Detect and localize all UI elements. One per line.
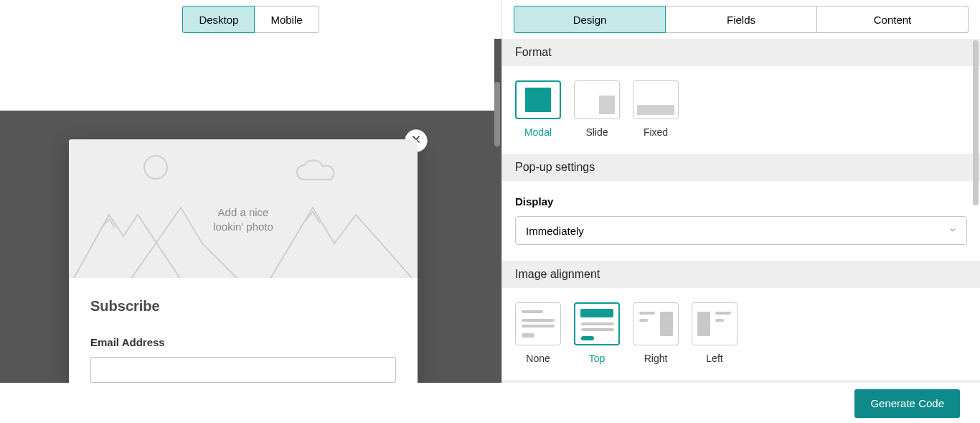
config-tab-bar: Design Fields Content [502,0,980,39]
preview-tab-mobile[interactable]: Mobile [255,6,319,33]
preview-tab-desktop[interactable]: Desktop [182,6,255,33]
image-align-left[interactable]: Left [692,302,738,364]
footer: Generate Code [0,383,980,423]
email-field[interactable] [90,357,396,383]
tab-fields[interactable]: Fields [666,6,817,33]
sun-icon [143,155,168,180]
display-label: Display [515,195,967,208]
image-align-right[interactable]: Right [633,302,679,364]
section-popup-header: Pop-up settings [502,154,980,181]
image-align-top[interactable]: Top [574,302,620,364]
section-image-align-header: Image alignment [502,261,980,288]
popup-heading: Subscribe [90,298,396,315]
tab-design[interactable]: Design [514,6,666,33]
popup-preview: Add a nice lookin' photo Subscribe Email… [69,139,418,383]
format-option-modal[interactable]: Modal [515,80,561,138]
display-select[interactable]: Immediately [515,216,967,245]
photo-placeholder-text: Add a nice lookin' photo [69,205,418,235]
section-field-labels-header: Field labels [502,380,980,383]
cloud-icon [291,159,341,188]
preview-tab-bar: Desktop Mobile [0,0,501,39]
format-option-fixed[interactable]: Fixed [633,80,679,138]
preview-scrollbar[interactable] [494,82,500,147]
generate-code-button[interactable]: Generate Code [854,389,960,418]
section-format-header: Format [502,39,980,66]
tab-content[interactable]: Content [817,6,969,33]
photo-placeholder[interactable]: Add a nice lookin' photo [69,139,418,278]
config-scrollbar[interactable] [973,40,979,205]
format-option-slide[interactable]: Slide [574,80,620,138]
image-align-none[interactable]: None [515,302,561,364]
preview-stage: Add a nice lookin' photo Subscribe Email… [0,39,501,383]
config-panel: Format Modal Slide Fixed [502,39,980,383]
email-label: Email Address [90,336,396,348]
